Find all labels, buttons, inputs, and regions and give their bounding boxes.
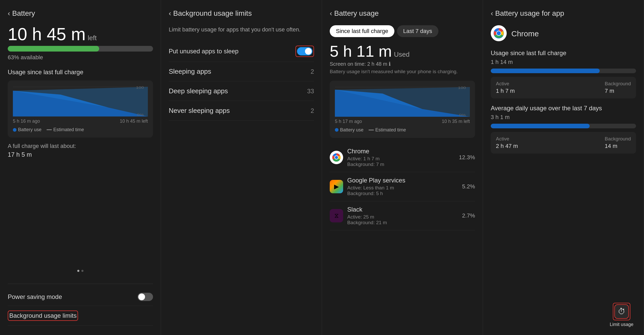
legend-est: Estimated time <box>369 127 406 133</box>
usage-since-bar-container <box>491 69 636 73</box>
usage-since-time: 1 h 14 m <box>491 59 636 65</box>
svg-point-19 <box>497 31 501 35</box>
slack-app-icon: ⧖ <box>330 209 343 222</box>
app-battery-header: Chrome <box>491 25 636 42</box>
stat-active-avg: Active 2 h 47 m <box>496 136 518 149</box>
bg-limits-title: Background usage limits <box>173 9 252 18</box>
panel-background-limits: ‹ Background usage limits Limit battery … <box>161 0 322 335</box>
avg-usage-title: Average daily usage over the last 7 days <box>491 105 636 112</box>
used-time-display: 5 h 11 m Used <box>330 43 475 59</box>
divider-1 <box>8 284 153 284</box>
slack-detail: Active: 25 m <box>347 214 458 220</box>
battery-svg: 100 0% <box>13 86 148 116</box>
chart-legend: Battery use Estimated time <box>13 127 148 132</box>
usage-tabs: Since last full charge Last 7 days <box>330 25 475 37</box>
back-arrow-usage-icon[interactable]: ‹ <box>330 9 332 18</box>
back-nav-app[interactable]: ‹ Battery usage for app <box>491 9 636 18</box>
battery-progress-fill <box>8 46 99 52</box>
sleeping-apps-row[interactable]: Sleeping apps 2 <box>169 62 314 81</box>
slack-percent: 2.7% <box>462 212 475 219</box>
chrome-app-icon <box>330 151 343 164</box>
deep-sleeping-row[interactable]: Deep sleeping apps 33 <box>169 81 314 101</box>
active-avg-label: Active <box>496 136 518 142</box>
app-list-item-chrome[interactable]: Chrome Active: 1 h 7 m Background: 7 m 1… <box>330 143 475 172</box>
put-unused-highlight <box>295 46 314 57</box>
active-avg-value: 2 h 47 m <box>496 143 518 149</box>
legend-bat-use: Battery use <box>335 127 363 133</box>
gplay-detail2: Background: 5 h <box>347 191 458 196</box>
used-label: Used <box>394 51 410 58</box>
sleeping-apps-count: 2 <box>311 68 314 75</box>
bg-subtitle: Limit battery usage for apps that you do… <box>169 25 314 34</box>
usage-chart-container: 100 0% 5 h 17 m ago 10 h 35 m left Batte… <box>330 81 475 138</box>
back-nav-battery[interactable]: ‹ Battery <box>8 9 153 18</box>
gplay-name: Google Play services <box>347 177 458 184</box>
svg-text:0%: 0% <box>459 113 466 117</box>
battery-chart: 100 0% <box>13 86 148 116</box>
full-charge-time: 17 h 5 m <box>8 151 153 158</box>
limit-usage-button[interactable]: ⏱ Limit usage <box>610 303 633 327</box>
put-unused-row[interactable]: Put unused apps to sleep <box>169 41 314 62</box>
power-saving-toggle[interactable] <box>138 293 153 301</box>
bg-since-value: 7 m <box>605 88 631 94</box>
put-unused-label: Put unused apps to sleep <box>169 48 239 55</box>
legend-bat-dot <box>335 128 338 132</box>
back-nav-usage[interactable]: ‹ Battery usage <box>330 9 475 18</box>
gplay-app-info: Google Play services Active: Less than 1… <box>347 177 458 196</box>
legend-est-line <box>369 130 374 130</box>
legend-estimated: Estimated time <box>47 127 84 132</box>
battery-usage-title: Battery usage <box>334 9 379 18</box>
avg-usage-time: 3 h 1 m <box>491 114 636 121</box>
limit-usage-highlight: ⏱ <box>613 303 630 320</box>
app-chrome-icon-large <box>491 25 507 42</box>
back-arrow-bg-icon[interactable]: ‹ <box>169 9 171 18</box>
battery-chart-container: 100 0% 5 h 16 m ago 10 h 45 m left Batte… <box>8 80 153 138</box>
charging-warning: Battery usage isn't measured while your … <box>330 68 475 76</box>
deep-sleeping-label: Deep sleeping apps <box>169 87 228 95</box>
never-sleeping-label: Never sleeping apps <box>169 107 230 115</box>
limit-usage-label: Limit usage <box>610 322 633 327</box>
usage-chart: 100 0% <box>335 86 470 117</box>
never-sleeping-row[interactable]: Never sleeping apps 2 <box>169 101 314 121</box>
battery-time-value: 10 h 45 m <box>8 25 86 43</box>
usage-since-title: Usage since last full charge <box>491 49 636 57</box>
legend-battery-dot <box>13 128 16 132</box>
svg-text:100: 100 <box>458 86 466 89</box>
sleeping-apps-label: Sleeping apps <box>169 68 211 76</box>
background-usage-highlight[interactable]: Background usage limits <box>8 311 78 321</box>
power-saving-row[interactable]: Power saving mode <box>8 288 153 306</box>
back-arrow-icon[interactable]: ‹ <box>8 9 10 18</box>
screen-on-time: Screen on time: 2 h 48 m ℹ <box>330 61 475 67</box>
dot-1 <box>77 270 79 272</box>
gplay-percent: 5.2% <box>462 183 475 190</box>
chart-right-label: 10 h 45 m left <box>120 119 148 124</box>
svg-text:100: 100 <box>136 86 144 89</box>
legend-estimated-line <box>47 129 52 130</box>
battery-time-display: 10 h 45 m left <box>8 25 153 43</box>
app-list-item-slack[interactable]: ⧖ Slack Active: 25 m Background: 21 m 2.… <box>330 201 475 230</box>
deep-sleeping-count: 33 <box>307 88 314 95</box>
back-arrow-app-icon[interactable]: ‹ <box>491 9 493 18</box>
dot-2 <box>81 270 83 272</box>
tab-since-charge[interactable]: Since last full charge <box>330 25 394 37</box>
usage-chart-left: 5 h 17 m ago <box>335 119 362 124</box>
app-list-item-gplay[interactable]: ▶ Google Play services Active: Less than… <box>330 172 475 201</box>
usage-svg: 100 0% <box>335 86 470 117</box>
chart-labels: 5 h 16 m ago 10 h 45 m left <box>13 119 148 124</box>
panel-battery-title: Battery <box>12 9 35 18</box>
panel-app-battery: ‹ Battery usage for app Chrome Usage sin… <box>483 0 644 335</box>
usage-since-section: Usage since last full charge 1 h 14 m Ac… <box>491 49 636 98</box>
gplay-detail: Active: Less than 1 m <box>347 185 458 191</box>
tab-last-7-days[interactable]: Last 7 days <box>397 25 438 37</box>
background-usage-row[interactable]: Background usage limits <box>8 306 153 326</box>
usage-legend: Battery use Estimated time <box>335 127 470 133</box>
avg-stats: Active 2 h 47 m Background 14 m <box>491 132 636 154</box>
never-sleeping-count: 2 <box>311 107 314 114</box>
chrome-app-info: Chrome Active: 1 h 7 m Background: 7 m <box>347 148 455 167</box>
bg-avg-label: Background <box>605 136 631 142</box>
stat-active-since: Active 1 h 7 m <box>496 81 515 94</box>
chrome-percent: 12.3% <box>459 154 475 161</box>
put-unused-toggle[interactable] <box>297 47 312 55</box>
stat-bg-since: Background 7 m <box>605 81 631 94</box>
back-nav-bg[interactable]: ‹ Background usage limits <box>169 9 314 18</box>
